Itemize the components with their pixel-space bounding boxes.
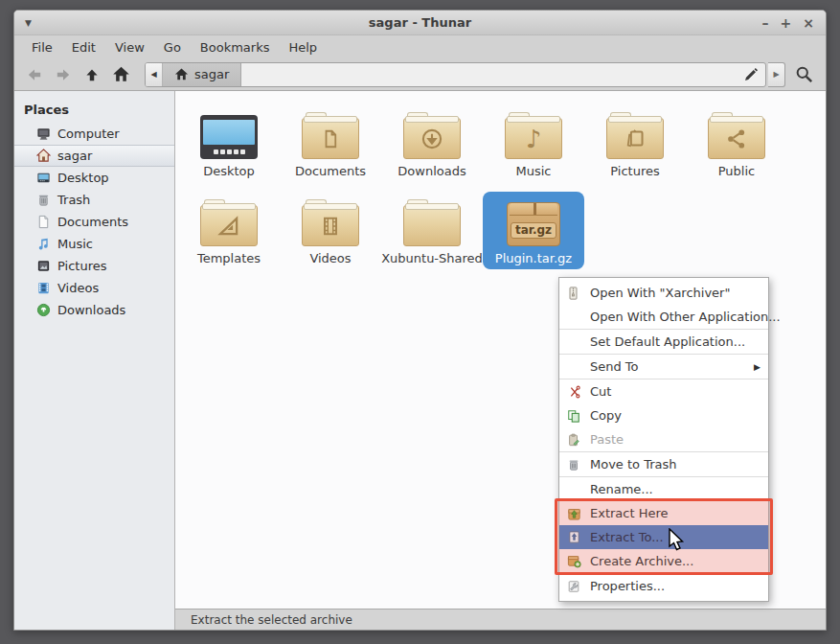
menu-item-properties[interactable]: Properties... bbox=[559, 574, 768, 598]
create-archive-icon bbox=[567, 554, 584, 568]
file-item-music[interactable]: ♪ Music bbox=[483, 104, 584, 182]
extract-to-icon bbox=[567, 530, 584, 544]
file-item-documents[interactable]: Documents bbox=[280, 104, 381, 182]
close-button[interactable]: × bbox=[803, 16, 814, 30]
path-scroll-right-button[interactable]: ▶ bbox=[768, 62, 785, 87]
pencil-icon bbox=[743, 67, 759, 82]
home-button[interactable] bbox=[108, 62, 133, 87]
file-item-downloads[interactable]: Downloads bbox=[381, 104, 483, 182]
menu-item-label: Rename... bbox=[590, 482, 653, 496]
folder-icon bbox=[708, 118, 765, 159]
menu-item-extract-here[interactable]: Extract Here bbox=[559, 501, 768, 525]
menu-item-copy[interactable]: Copy bbox=[559, 403, 768, 427]
trash-icon bbox=[35, 193, 51, 208]
icon-grid-row-1: Desktop Documents Downloads bbox=[178, 104, 826, 182]
menu-item-set-default-application[interactable]: Set Default Application... bbox=[559, 330, 768, 354]
minimize-button[interactable]: – bbox=[762, 16, 769, 30]
forward-button[interactable] bbox=[51, 62, 76, 87]
menu-item-label: Send To bbox=[590, 359, 639, 374]
context-menu: Open With "Xarchiver" Open With Other Ap… bbox=[558, 277, 769, 602]
menu-item-rename[interactable]: Rename... bbox=[559, 477, 768, 501]
file-label: Templates bbox=[197, 251, 261, 265]
menu-item-paste: Paste bbox=[559, 427, 768, 451]
menu-item-send-to[interactable]: Send To ▶ bbox=[559, 355, 768, 379]
sidebar-item-downloads[interactable]: Downloads bbox=[14, 299, 174, 321]
up-button[interactable] bbox=[79, 62, 104, 87]
edit-path-button[interactable] bbox=[737, 63, 765, 86]
toolbar: ◀ sagar ▶ bbox=[14, 58, 826, 91]
file-label: Desktop bbox=[203, 164, 255, 178]
file-label: Xubuntu-Shared bbox=[381, 251, 483, 265]
menu-item-open-with-other[interactable]: Open With Other Application... bbox=[559, 305, 768, 329]
menu-view[interactable]: View bbox=[105, 37, 154, 58]
sidebar-item-desktop[interactable]: Desktop bbox=[14, 167, 174, 189]
forward-arrow-icon bbox=[55, 66, 72, 83]
file-item-templates[interactable]: Templates bbox=[178, 192, 280, 269]
music-emblem-icon: ♪ bbox=[526, 126, 542, 151]
share-emblem-icon bbox=[725, 127, 748, 150]
menu-item-label: Set Default Application... bbox=[590, 334, 745, 349]
xarchiver-icon bbox=[567, 287, 584, 300]
menu-item-extract-to[interactable]: Extract To... bbox=[559, 525, 768, 549]
home-icon bbox=[174, 67, 189, 81]
back-button[interactable] bbox=[22, 62, 47, 87]
path-scroll-left-button[interactable]: ◀ bbox=[146, 63, 163, 86]
archive-icon: tar.gz bbox=[507, 202, 560, 246]
scissors-icon bbox=[567, 385, 584, 399]
template-emblem-icon bbox=[216, 214, 241, 239]
sidebar-item-trash[interactable]: Trash bbox=[14, 189, 174, 211]
search-button[interactable] bbox=[791, 61, 818, 88]
menu-item-label: Paste bbox=[590, 432, 624, 447]
sidebar-item-music[interactable]: Music bbox=[14, 233, 174, 255]
menu-item-label: Properties... bbox=[590, 579, 665, 593]
sidebar-item-label: Trash bbox=[57, 193, 90, 207]
status-text: Extract the selected archive bbox=[191, 613, 352, 627]
titlebar[interactable]: ▼ sagar - Thunar – + × bbox=[14, 11, 826, 35]
menu-item-create-archive[interactable]: Create Archive... bbox=[559, 549, 768, 573]
video-emblem-icon bbox=[319, 215, 342, 238]
file-label: Pictures bbox=[610, 164, 659, 178]
folder-icon: ♪ bbox=[505, 118, 562, 159]
file-item-videos[interactable]: Videos bbox=[280, 192, 381, 269]
menu-item-label: Move to Trash bbox=[590, 457, 677, 472]
menu-go[interactable]: Go bbox=[154, 37, 191, 58]
file-item-plugin-targz[interactable]: tar.gz Plugin.tar.gz bbox=[483, 192, 584, 269]
sidebar-item-pictures[interactable]: Pictures bbox=[14, 255, 174, 277]
menu-item-label: Open With Other Application... bbox=[590, 310, 781, 324]
sidebar-item-sagar[interactable]: sagar bbox=[14, 145, 174, 167]
sidebar-item-videos[interactable]: Videos bbox=[14, 277, 174, 299]
menu-item-cut[interactable]: Cut bbox=[559, 380, 768, 403]
pathbar: ◀ sagar bbox=[145, 62, 766, 87]
menu-item-label: Copy bbox=[590, 408, 622, 423]
maximize-button[interactable]: + bbox=[781, 16, 792, 30]
menu-item-label: Extract To... bbox=[590, 530, 664, 544]
menu-file[interactable]: File bbox=[22, 37, 62, 58]
menu-item-open-with-xarchiver[interactable]: Open With "Xarchiver" bbox=[559, 281, 768, 305]
file-label: Videos bbox=[309, 251, 351, 265]
sidebar-item-computer[interactable]: Computer bbox=[14, 123, 174, 145]
file-item-xubuntu-shared[interactable]: Xubuntu-Shared bbox=[381, 192, 483, 269]
menu-item-move-to-trash[interactable]: Move to Trash bbox=[559, 452, 768, 476]
statusbar: Extract the selected archive bbox=[175, 609, 826, 630]
file-label: Public bbox=[718, 164, 755, 178]
file-label: Documents bbox=[295, 164, 366, 178]
menu-bookmarks[interactable]: Bookmarks bbox=[191, 37, 280, 58]
computer-icon bbox=[35, 126, 51, 142]
menu-help[interactable]: Help bbox=[279, 37, 327, 58]
trash-icon bbox=[567, 458, 584, 472]
file-item-pictures[interactable]: Pictures bbox=[584, 104, 686, 182]
folder-icon bbox=[200, 205, 258, 246]
sidebar-places: Places Computer sagar Desktop bbox=[14, 91, 175, 630]
folder-icon bbox=[302, 205, 359, 246]
path-button-sagar[interactable]: sagar bbox=[163, 63, 241, 86]
sidebar-item-documents[interactable]: Documents bbox=[14, 211, 174, 233]
file-item-public[interactable]: Public bbox=[686, 104, 787, 182]
file-item-desktop[interactable]: Desktop bbox=[178, 104, 280, 182]
desktop-icon bbox=[35, 171, 51, 186]
menu-edit[interactable]: Edit bbox=[62, 37, 105, 58]
folder-icon bbox=[302, 118, 359, 159]
sidebar-item-label: Computer bbox=[57, 126, 120, 141]
picture-emblem-icon bbox=[624, 126, 647, 150]
copy-icon bbox=[567, 409, 584, 423]
paste-icon bbox=[567, 433, 584, 447]
